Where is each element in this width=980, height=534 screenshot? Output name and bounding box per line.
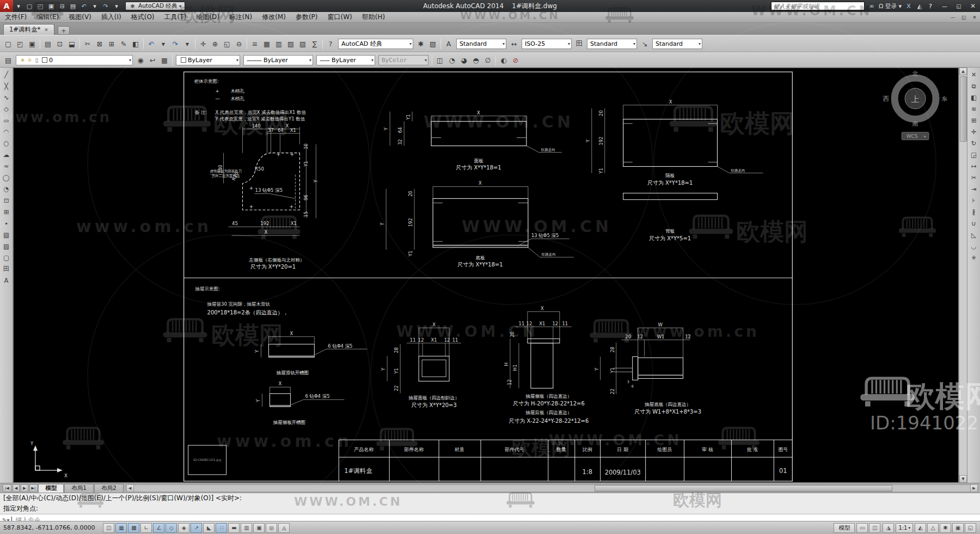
publish-icon[interactable]: ⬓: [66, 38, 78, 50]
scroll-left-icon[interactable]: ◀: [127, 485, 134, 491]
array-icon[interactable]: ⊞: [968, 114, 979, 126]
menu-3[interactable]: 插入(I): [96, 11, 126, 23]
compass-north[interactable]: 北: [912, 70, 918, 77]
layer-previous-icon[interactable]: ↩: [146, 54, 158, 66]
menu-7[interactable]: 标注(N): [224, 11, 257, 23]
exchange-apps-icon[interactable]: X: [904, 1, 914, 11]
copy-clip-icon[interactable]: ⊠: [94, 38, 106, 50]
undo-menu-icon[interactable]: ▾: [157, 38, 169, 50]
new-icon[interactable]: ▢: [2, 38, 14, 50]
viewcube-top-label[interactable]: 上: [911, 94, 920, 104]
polyline-icon[interactable]: ∿: [1, 92, 12, 103]
sheet-set-manager-icon[interactable]: ▧: [285, 38, 297, 50]
tab-next-icon[interactable]: ▶: [21, 484, 28, 492]
lineweight-display-icon[interactable]: ▬: [228, 523, 240, 533]
model-space-button[interactable]: 模型: [834, 523, 855, 533]
chamfer-icon[interactable]: ◺: [968, 229, 979, 240]
pan-icon[interactable]: ✛: [197, 38, 209, 50]
cut-icon[interactable]: ✂: [82, 38, 94, 50]
object-snap-icon[interactable]: ◇: [166, 523, 177, 533]
table-style-icon[interactable]: 田: [573, 38, 585, 50]
insert-block-icon[interactable]: ⊡: [1, 195, 12, 206]
3d-object-snap-icon[interactable]: ◈: [178, 523, 189, 533]
workspace-save-icon[interactable]: ▨: [427, 38, 439, 50]
menu-5[interactable]: 工具(T): [160, 11, 192, 23]
layer-off-icon[interactable]: ∅: [482, 54, 494, 66]
arc-icon[interactable]: ◠: [1, 126, 12, 137]
plot-icon[interactable]: ▤: [42, 38, 54, 50]
doc-minimize-icon[interactable]: —: [947, 13, 958, 22]
snap-mode-icon[interactable]: ▦: [115, 523, 127, 533]
quick-view-drawings-icon[interactable]: ◫: [869, 523, 880, 533]
new-tab-button[interactable]: +: [58, 26, 70, 35]
construction-line-icon[interactable]: ╳: [1, 80, 12, 92]
menu-1[interactable]: 编辑(E): [32, 11, 64, 23]
layer-unisolate-icon[interactable]: ◕: [458, 54, 470, 66]
workspace-gear-icon[interactable]: ✱: [415, 38, 427, 50]
layer-lock-icon[interactable]: ▯: [33, 57, 40, 63]
quick-properties-icon[interactable]: ▣: [253, 523, 265, 533]
polygon-icon[interactable]: ◇: [1, 103, 12, 114]
qat-redo-menu-icon[interactable]: ▾: [112, 1, 121, 11]
object-snap-tracking-icon[interactable]: ↗: [191, 523, 202, 533]
toolbar-lock-icon[interactable]: ▣: [952, 523, 964, 533]
annotation-autoscale-icon[interactable]: △: [927, 523, 939, 533]
explode-icon[interactable]: ✳: [968, 252, 979, 263]
layer-freeze-icon[interactable]: ☼: [26, 57, 33, 63]
table-icon[interactable]: 田: [1, 263, 12, 275]
tab-prev-icon[interactable]: ◀: [13, 484, 20, 492]
mirror-icon[interactable]: ◧: [968, 92, 979, 103]
drawing-canvas[interactable]: 柜体示意图: + 木梢孔 — 木梢孔 备 注: X 代表总宽度，总宽X 减去数值…: [13, 68, 959, 483]
open-icon[interactable]: ◰: [14, 38, 26, 50]
workspace-switching-icon[interactable]: ✱: [940, 523, 951, 533]
scroll-up-icon[interactable]: ▲: [959, 68, 967, 75]
annotation-scale-icon[interactable]: ◮: [883, 523, 894, 533]
dim-style-dropdown[interactable]: ISO-25 ▾: [522, 39, 572, 49]
menu-10[interactable]: 窗口(W): [323, 11, 357, 23]
line-icon[interactable]: ╱: [1, 69, 12, 80]
help-toolbar-icon[interactable]: ?: [324, 38, 336, 50]
markup-set-manager-icon[interactable]: ▨: [297, 38, 309, 50]
zoom-previous-icon[interactable]: ⊖: [233, 38, 245, 50]
layer-on-icon[interactable]: ☀: [19, 57, 26, 63]
dynamic-ucs-icon[interactable]: ◣: [203, 523, 215, 533]
layer-isolate-icon[interactable]: ◔: [446, 54, 458, 66]
annotation-scale-chip[interactable]: 1:1 ▾: [896, 523, 913, 533]
horizontal-scrollbar[interactable]: ◀ ▶: [126, 484, 978, 492]
clean-screen-icon[interactable]: ◱: [965, 523, 976, 533]
redo-icon[interactable]: ↷: [169, 38, 181, 50]
match-properties-icon[interactable]: ✎: [118, 38, 130, 50]
zoom-realtime-icon[interactable]: ⊕: [209, 38, 221, 50]
tab-last-icon[interactable]: ▶|: [29, 484, 38, 492]
autodesk-360-icon[interactable]: ◭: [915, 1, 924, 11]
rotate-icon[interactable]: ↻: [968, 137, 979, 149]
compass-east[interactable]: 东: [942, 95, 948, 102]
scroll-right-icon[interactable]: ▶: [970, 485, 977, 491]
layer-freeze-vp-icon[interactable]: ◓: [470, 54, 482, 66]
ellipse-icon[interactable]: ◯: [1, 172, 12, 183]
ellipse-arc-icon[interactable]: ◔: [1, 183, 12, 195]
tool-palettes-icon[interactable]: ▥: [273, 38, 285, 50]
break-icon[interactable]: ∦: [968, 206, 979, 217]
zoom-window-icon[interactable]: ◱: [221, 38, 233, 50]
search-icon[interactable]: ∞: [867, 1, 877, 11]
move-icon[interactable]: ✛: [968, 126, 979, 137]
layer-walk-icon[interactable]: ◐: [498, 54, 510, 66]
qat-open-icon[interactable]: ◰: [35, 1, 45, 11]
make-block-icon[interactable]: ⊞: [1, 206, 12, 217]
tab-layout2[interactable]: 布局2: [94, 484, 124, 493]
quick-view-layouts-icon[interactable]: ▭: [856, 523, 868, 533]
multiline-text-icon[interactable]: A: [1, 275, 12, 286]
wcs-label[interactable]: WCS: [906, 134, 918, 139]
rectangle-icon[interactable]: ▭: [1, 114, 12, 126]
vertical-scrollbar[interactable]: ▲ ▼: [959, 68, 967, 483]
circle-icon[interactable]: ○: [1, 137, 12, 149]
doc-restore-icon[interactable]: ◱: [958, 13, 969, 22]
mleader-style-icon[interactable]: ↘: [639, 38, 651, 50]
horizontal-scroll-thumb[interactable]: [595, 485, 892, 491]
gradient-icon[interactable]: ▧: [1, 240, 12, 252]
qat-save-icon[interactable]: ▣: [46, 1, 56, 11]
redo-menu-icon[interactable]: ▾: [181, 38, 193, 50]
infer-constraints-icon[interactable]: ◫: [103, 523, 114, 533]
spline-icon[interactable]: ≈: [1, 160, 12, 172]
